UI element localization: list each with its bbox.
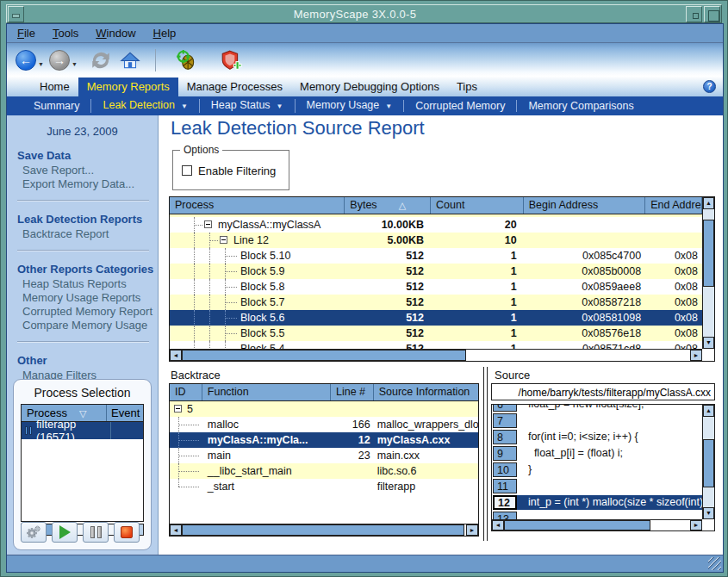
memory-debug-bug-icon[interactable]	[175, 49, 197, 71]
source-vscrollbar[interactable]: ▲ ▼	[702, 405, 714, 519]
table-row[interactable]: Block 5.851210x0859aee80x08	[170, 279, 702, 295]
sidebar-item-save-report[interactable]: Save Report...	[22, 164, 158, 177]
subnav-corrupted-memory[interactable]: Corrupted Memory	[403, 100, 516, 112]
scroll-thumb[interactable]	[703, 220, 714, 287]
source-line[interactable]: 11	[492, 478, 702, 494]
scroll-up-icon[interactable]: ▲	[703, 197, 714, 209]
scroll-left-icon[interactable]: ◄	[170, 524, 182, 536]
source-path-field[interactable]: /home/barryk/tests/filterapp/myClassA.cx…	[491, 383, 715, 400]
menu-help[interactable]: Help	[153, 27, 177, 40]
process-row[interactable]: filterapp (16571)	[22, 422, 143, 439]
scroll-thumb[interactable]	[703, 439, 714, 487]
back-icon[interactable]: ←	[16, 50, 36, 71]
forward-dropdown-icon[interactable]: ▼	[72, 61, 78, 67]
backtrace-hscrollbar[interactable]: ◄ ►	[170, 524, 478, 536]
source-line[interactable]: 12 int_p = (int *) malloc(size * sizeof(…	[492, 494, 702, 511]
column-header-count[interactable]: Count	[431, 197, 524, 214]
tree-collapse-icon[interactable]	[220, 236, 227, 244]
table-row[interactable]: Block 5.651210x085810980x08	[170, 310, 702, 326]
table-row[interactable]: Block 5.951210x085b00080x08	[170, 264, 702, 279]
tab-home[interactable]: Home	[31, 78, 78, 96]
column-header-begin-address[interactable]: Begin Address	[524, 197, 646, 214]
scroll-right-icon[interactable]: ►	[690, 520, 702, 530]
column-header-id[interactable]: ID	[170, 384, 202, 400]
column-header-end-address[interactable]: End Address	[645, 197, 702, 214]
column-header-process[interactable]: Process	[170, 197, 345, 214]
backtrace-row[interactable]: __libc_start_mainlibc.so.6	[170, 463, 478, 479]
source-line[interactable]: 6 float_p = new float[size];	[492, 404, 702, 413]
backtrace-row[interactable]: myClassA::myCla...12myClassA.cxx	[170, 432, 478, 448]
tab-manage-processes[interactable]: Manage Processes	[178, 78, 291, 96]
scroll-thumb[interactable]	[182, 350, 466, 361]
menu-tools[interactable]: Tools	[53, 27, 78, 40]
source-line[interactable]: 10 }	[492, 462, 702, 478]
tab-memory-debugging-options[interactable]: Memory Debugging Options	[291, 78, 448, 96]
column-header-source-information[interactable]: Source Information	[374, 384, 478, 400]
scroll-right-icon[interactable]: ►	[466, 524, 478, 536]
backtrace-row[interactable]: malloc166malloc_wrappers_dlopen.	[170, 417, 478, 432]
sidebar-item-corrupted-memory-report[interactable]: Corrupted Memory Report	[22, 305, 158, 319]
subnav-leak-detection[interactable]: Leak Detection▼	[90, 99, 198, 113]
refresh-icon[interactable]	[90, 49, 112, 71]
backtrace-row[interactable]: 5	[170, 401, 478, 417]
sidebar-item-compare-memory-usage[interactable]: Compare Memory Usage	[22, 319, 158, 332]
cell-bytes: 512	[345, 279, 431, 295]
subnav-memory-usage[interactable]: Memory Usage▼	[295, 99, 404, 113]
pause-button[interactable]	[83, 522, 109, 543]
source-hscrollbar[interactable]: ◄ ►	[492, 519, 702, 530]
backtrace-row[interactable]: main23main.cxx	[170, 448, 478, 463]
scroll-up-icon[interactable]: ▲	[703, 405, 714, 417]
back-dropdown-icon[interactable]: ▼	[38, 61, 44, 67]
scroll-left-icon[interactable]: ◄	[492, 520, 504, 530]
column-header-line[interactable]: Line #	[331, 384, 374, 400]
subnav-summary[interactable]: Summary	[22, 100, 90, 112]
table-row[interactable]: myClassA::myClassA10.00KB20	[170, 217, 702, 233]
sidebar-item-heap-status-reports[interactable]: Heap Status Reports	[22, 277, 158, 291]
tree-collapse-icon[interactable]	[204, 220, 212, 228]
tree-collapse-icon[interactable]	[174, 405, 182, 413]
tab-tips[interactable]: Tips	[448, 78, 486, 96]
event-column-header[interactable]: Event	[107, 405, 143, 421]
scroll-down-icon[interactable]: ▼	[703, 337, 714, 349]
title-bar[interactable]: MemoryScape 3X.0.0-5	[6, 4, 722, 23]
column-header-bytes[interactable]: Bytes △	[345, 197, 431, 214]
sidebar-item-memory-usage-reports[interactable]: Memory Usage Reports	[22, 291, 158, 305]
tab-memory-reports[interactable]: Memory Reports	[78, 78, 178, 96]
source-line[interactable]: 9 float_p[i] = (float) i;	[492, 445, 702, 462]
maximize-icon[interactable]	[704, 6, 720, 22]
scroll-down-icon[interactable]: ▼	[703, 507, 714, 519]
table-row[interactable]: Block 5.1051210x085c47000x08	[170, 248, 702, 264]
enable-filtering-checkbox[interactable]	[182, 165, 192, 176]
table-row[interactable]: Block 5.751210x085872180x08	[170, 295, 702, 310]
minimize-icon[interactable]	[686, 6, 702, 22]
scroll-left-icon[interactable]: ◄	[170, 350, 182, 361]
gear-button[interactable]	[21, 522, 47, 543]
column-header-function[interactable]: Function	[202, 384, 331, 400]
sidebar-item-export-memory-data[interactable]: Export Memory Data...	[22, 177, 158, 191]
leak-hscrollbar[interactable]: ◄ ►	[170, 349, 702, 361]
leak-vscrollbar[interactable]: ▲ ▼	[702, 197, 714, 349]
menu-file[interactable]: File	[17, 27, 35, 40]
forward-icon[interactable]: →	[49, 50, 70, 71]
sidebar-item-backtrace-report[interactable]: Backtrace Report	[22, 227, 158, 241]
add-shield-icon[interactable]	[220, 49, 242, 71]
panel-divider[interactable]	[483, 367, 488, 541]
scroll-thumb[interactable]	[182, 524, 464, 536]
source-line[interactable]: 8 for(int i=0; i<size; i++) {	[492, 429, 702, 445]
home-icon[interactable]	[119, 49, 141, 71]
table-row[interactable]: Line 125.00KB10	[170, 233, 702, 248]
backtrace-row[interactable]: _startfilterapp	[170, 479, 478, 494]
stop-button[interactable]	[114, 522, 140, 543]
resize-grip-icon[interactable]	[708, 557, 721, 570]
help-icon[interactable]: ?	[703, 80, 716, 93]
scroll-right-icon[interactable]: ►	[690, 350, 702, 361]
subnav-heap-status[interactable]: Heap Status▼	[199, 99, 295, 113]
window-menu-icon[interactable]	[8, 6, 24, 22]
table-row[interactable]: Block 5.451210x08571cd80x08	[170, 341, 702, 349]
subnav-memory-comparisons[interactable]: Memory Comparisons	[516, 100, 644, 112]
table-row[interactable]: Block 5.551210x08576e180x08	[170, 326, 702, 341]
run-button[interactable]	[52, 522, 78, 543]
source-line[interactable]: 7	[492, 413, 702, 429]
scroll-thumb[interactable]	[504, 520, 650, 530]
menu-window[interactable]: Window	[96, 27, 135, 40]
